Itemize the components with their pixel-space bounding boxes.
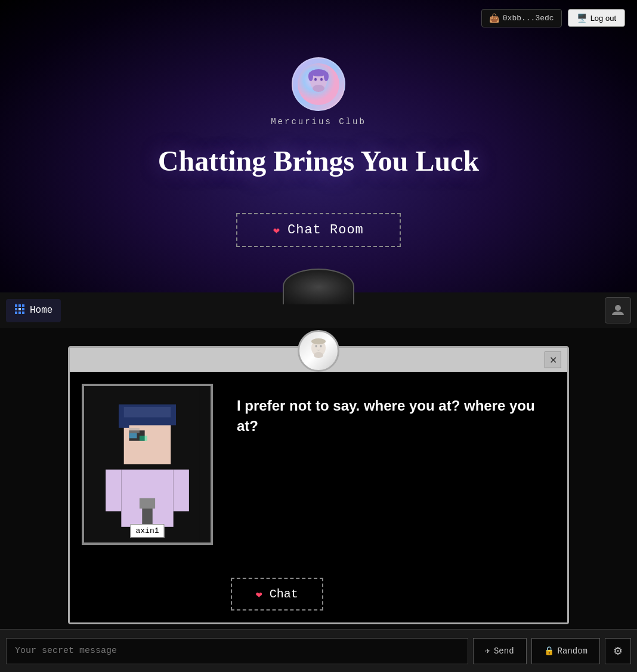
window-avatar: [298, 330, 339, 372]
hero-section: Mercurius Club Chatting Brings You Luck …: [0, 0, 637, 292]
chat-message: I prefer not to say. where you at? where…: [231, 384, 555, 448]
svg-point-17: [615, 305, 621, 311]
svg-point-21: [316, 345, 317, 347]
settings-button[interactable]: ⚙: [605, 638, 631, 664]
chat-room-button[interactable]: ❤️ Chat Room: [236, 213, 401, 247]
svg-point-22: [320, 345, 322, 347]
window-content: axin1 I prefer not to say. where you at?…: [70, 372, 567, 622]
logo-svg: [298, 63, 339, 105]
user-name-tag: axin1: [130, 524, 164, 538]
home-label: Home: [30, 305, 52, 316]
pixel-avatar: [84, 386, 211, 542]
window-titlebar: ✕: [70, 348, 567, 372]
statue-icon: [304, 336, 333, 366]
settings-icon: ⚙: [613, 645, 623, 658]
svg-rect-10: [22, 304, 24, 307]
svg-rect-15: [18, 312, 21, 314]
svg-rect-32: [129, 433, 137, 439]
svg-point-6: [308, 72, 313, 81]
wallet-icon: 👜: [489, 13, 499, 23]
random-label: Random: [558, 646, 587, 656]
close-button[interactable]: ✕: [545, 352, 561, 368]
svg-point-2: [313, 85, 324, 92]
profile-icon: [611, 303, 625, 317]
send-icon: ✈: [486, 646, 490, 656]
heart-icon: ❤️: [273, 224, 280, 237]
wallet-address: 0xbb...3edc: [503, 14, 554, 23]
logout-button[interactable]: 🖥️ Log out: [568, 9, 625, 27]
svg-rect-16: [22, 312, 24, 314]
send-label: Send: [494, 646, 514, 656]
chat-button-label: Chat: [270, 587, 298, 601]
svg-rect-34: [140, 498, 155, 508]
svg-point-19: [314, 352, 323, 358]
brand-logo: [292, 57, 345, 111]
wallet-badge: 👜 0xbb...3edc: [481, 9, 562, 27]
chat-room-label: Chat Room: [287, 223, 364, 238]
top-nav: 👜 0xbb...3edc 🖥️ Log out: [0, 0, 637, 36]
disk-decoration: [283, 269, 354, 304]
svg-rect-25: [106, 470, 121, 511]
svg-rect-26: [174, 470, 189, 511]
svg-point-4: [320, 78, 323, 81]
svg-rect-8: [15, 304, 17, 307]
chat-window: ✕: [68, 346, 569, 624]
message-input[interactable]: [6, 638, 468, 664]
svg-rect-14: [15, 312, 17, 314]
svg-rect-30: [124, 407, 171, 417]
random-icon: 🔒: [544, 646, 554, 656]
chat-action-button[interactable]: ❤️ Chat: [231, 578, 323, 611]
chat-content: I prefer not to say. where you at? where…: [231, 384, 555, 611]
home-button[interactable]: Home: [6, 299, 61, 322]
svg-rect-35: [129, 428, 139, 433]
close-icon: ✕: [549, 355, 557, 366]
logout-icon: 🖥️: [577, 13, 587, 23]
bottom-section: Home: [0, 292, 637, 672]
input-bar: ✈ Send 🔒 Random ⚙: [0, 629, 637, 672]
svg-rect-13: [22, 308, 24, 310]
user-card: axin1: [82, 384, 213, 611]
svg-rect-36: [140, 436, 147, 441]
svg-rect-12: [18, 308, 21, 310]
svg-rect-11: [15, 308, 17, 310]
send-button[interactable]: ✈ Send: [473, 638, 527, 664]
profile-button[interactable]: [605, 297, 631, 323]
svg-rect-9: [18, 304, 21, 307]
svg-point-7: [324, 72, 329, 81]
brand-name: Mercurius Club: [271, 117, 366, 127]
user-avatar-frame: axin1: [82, 384, 213, 545]
svg-point-3: [314, 78, 317, 81]
logout-label: Log out: [590, 14, 616, 23]
hero-title: Chatting Brings You Luck: [158, 144, 479, 177]
svg-point-20: [311, 338, 326, 344]
home-icon: [14, 304, 25, 317]
random-button[interactable]: 🔒 Random: [531, 638, 600, 664]
chat-heart-icon: ❤️: [256, 588, 262, 601]
